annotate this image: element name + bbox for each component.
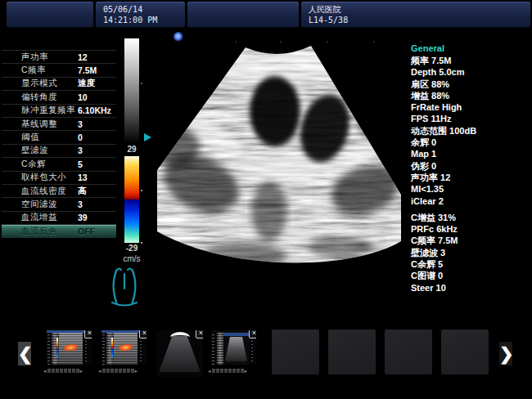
thumbnail-fan[interactable]: × [156, 330, 203, 377]
topbar-empty-segment [187, 2, 299, 28]
doppler-flow-blob [64, 343, 79, 352]
param-value: 3 [78, 200, 83, 209]
param-label: C频率 [21, 65, 46, 76]
thumbnail-filmstrip: ❮ ×◂▸×◂▸××◂▸ ❯ [0, 325, 532, 379]
param-label: C余辉 [21, 159, 46, 170]
param-value: 高 [78, 186, 87, 197]
thumbnail-placeholder [441, 330, 489, 374]
param-value: 3 [78, 119, 83, 129]
readout-line: MI<1.35 [411, 183, 532, 195]
readout-line: Map 1 [411, 148, 532, 159]
preset-header: General [411, 43, 532, 54]
readout-line: C增益 31% [411, 212, 532, 223]
thumbnail-duplex[interactable]: ×◂▸ [47, 330, 92, 365]
focus-indicator-icon[interactable] [144, 133, 151, 141]
param-row[interactable]: 偏转角度10 [2, 91, 116, 104]
readout-line: 扇区 88% [411, 78, 532, 90]
param-row[interactable]: C频率7.5M [2, 64, 116, 77]
topbar-hospital-segment: 人民医院 L14-5/38 [301, 2, 530, 28]
topbar-datetime-segment: 05/06/14 14:21:00 PM [96, 2, 185, 28]
close-icon[interactable]: × [139, 330, 147, 338]
thumbnail-partial[interactable]: ×◂▸ [211, 330, 256, 365]
thumbnail-empty [272, 330, 319, 374]
depth-mark [141, 83, 142, 84]
thumbnail-placeholder [272, 330, 319, 374]
param-row[interactable]: 基线调整3 [2, 118, 116, 131]
param-label: 血流增益 [21, 212, 57, 223]
time-text: 14:21:00 PM [103, 15, 185, 25]
close-icon[interactable]: × [196, 330, 203, 338]
param-row[interactable]: C余辉5 [2, 158, 116, 171]
readout-line: 壁滤波 3 [411, 247, 532, 258]
param-label: 取样包大小 [21, 172, 66, 183]
readout-line: FrRate High [411, 101, 532, 113]
readout-line: PRFc 6kHz [411, 223, 532, 235]
readout-line: 伪彩 0 [411, 160, 532, 172]
readout-line: 余辉 0 [411, 137, 532, 148]
b-mode-readouts: 频率 7.5MDepth 5.0cm扇区 88%增益 88%FrRate Hig… [411, 55, 532, 207]
readout-line: iClear 2 [411, 195, 532, 207]
param-row[interactable]: 取样包大小13 [2, 172, 116, 185]
velocity-min-label: -29 [120, 244, 143, 253]
param-label: 空间滤波 [21, 199, 57, 210]
param-row[interactable]: 声功率12 [2, 51, 116, 64]
thumbnail-image[interactable]: × [211, 330, 256, 365]
param-value: 3 [78, 146, 83, 155]
close-icon[interactable]: × [249, 330, 256, 338]
ultrasound-image [152, 33, 406, 286]
hospital-name: 人民医院 [309, 4, 530, 15]
filmstrip-next-button[interactable]: ❯ [499, 342, 512, 365]
thumbnail-image[interactable]: × [47, 330, 92, 365]
doppler-flow-blob [119, 343, 133, 352]
velocity-unit-label: cm/s [118, 254, 146, 263]
param-value: 13 [78, 173, 88, 182]
readout-line: 频率 7.5M [411, 55, 532, 66]
thumbnail-empty [328, 330, 376, 374]
velocity-max-label: 29 [122, 145, 142, 154]
thumbnail-image[interactable]: × [101, 330, 147, 365]
param-value: 7.5M [78, 65, 97, 75]
readout-line: 增益 88% [411, 90, 532, 101]
param-row[interactable]: 血流线密度高 [2, 185, 116, 198]
body-marker-icon[interactable] [108, 266, 141, 310]
param-row[interactable]: 壁滤波3 [2, 145, 116, 158]
param-value: 12 [78, 52, 88, 62]
color-mode-readouts: C增益 31%PRFc 6kHzC频率 7.5M壁滤波 3C余辉 5C图谱 0S… [411, 212, 532, 294]
param-value: 10 [78, 92, 88, 102]
filmstrip-prev-button[interactable]: ❮ [18, 342, 31, 365]
param-row[interactable]: 显示模式速度 [2, 78, 116, 91]
readout-line: Steer 10 [411, 282, 532, 294]
param-row[interactable]: 阈值0 [2, 131, 116, 144]
close-icon[interactable]: × [84, 330, 92, 338]
param-label: 血流反色 [21, 226, 57, 237]
param-row[interactable]: 血流反色OFF [2, 225, 116, 238]
param-label: 壁滤波 [21, 145, 48, 156]
readout-line: C图谱 0 [411, 270, 532, 281]
param-label: 偏转角度 [21, 92, 57, 103]
depth-mark [141, 190, 142, 191]
param-value: 39 [78, 213, 88, 222]
param-row[interactable]: 脉冲重复频率6.10KHz [2, 105, 116, 118]
grayscale-bar [124, 38, 139, 143]
param-row[interactable]: 血流增益39 [2, 212, 116, 225]
thumbnail-image[interactable]: × [156, 330, 203, 377]
readout-line: FPS 11Hz [411, 113, 532, 124]
readout-line: C频率 7.5M [411, 235, 532, 246]
readout-line: 动态范围 100dB [411, 125, 532, 137]
cine-strip: ◂▸ [208, 367, 260, 374]
depth-mark [141, 242, 142, 244]
thumbnail-empty [385, 330, 432, 374]
left-parameter-panel: 声功率12C频率7.5M显示模式速度偏转角度10脉冲重复频率6.10KHz基线调… [2, 50, 116, 238]
date-text: 05/06/14 [103, 4, 185, 15]
param-label: 基线调整 [21, 119, 57, 130]
thumbnail-placeholder [385, 330, 432, 374]
param-value: 5 [78, 159, 83, 169]
param-label: 血流线密度 [21, 186, 66, 197]
param-row[interactable]: 空间滤波3 [2, 198, 116, 211]
thumbnail-duplex[interactable]: ×◂▸ [101, 330, 147, 365]
cine-strip: ◂▸ [43, 367, 96, 374]
topbar-patient-segment [7, 2, 93, 28]
probe-model: L14-5/38 [309, 15, 530, 25]
param-value: OFF [78, 226, 95, 236]
readout-line: C余辉 5 [411, 258, 532, 270]
